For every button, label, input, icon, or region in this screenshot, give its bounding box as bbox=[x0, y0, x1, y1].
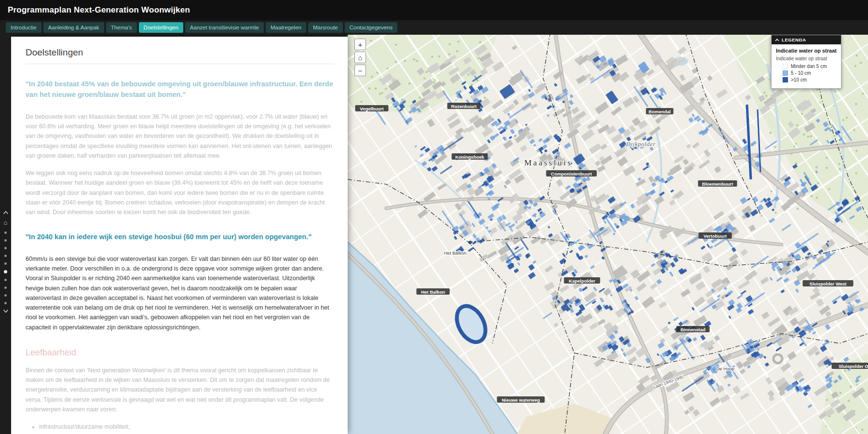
map-label: Bloemenbuurt bbox=[698, 180, 737, 187]
section-nav: ⌂ bbox=[0, 211, 11, 313]
map-label: Maassluis bbox=[524, 158, 572, 167]
section-dot-1[interactable] bbox=[4, 231, 7, 234]
svg-text:Maassluis: Maassluis bbox=[524, 158, 572, 167]
legend-title: LEGENDA bbox=[782, 37, 806, 42]
legend-class-label: >10 cm bbox=[791, 77, 807, 82]
svg-text:Koningshoek: Koningshoek bbox=[455, 154, 485, 160]
home-section-icon[interactable]: ⌂ bbox=[4, 219, 8, 226]
tab-doelstellingen[interactable]: Doelstellingen bbox=[139, 22, 183, 33]
legend-row: 5 - 10 cm bbox=[783, 70, 837, 76]
scroll-up-icon[interactable] bbox=[3, 211, 9, 215]
svg-text:De Hoop: De Hoop bbox=[716, 366, 734, 371]
map-legend: LEGENDA Indicatie water op straat Indica… bbox=[771, 35, 841, 89]
map-label: Dijkpolder bbox=[625, 140, 656, 148]
section-dots bbox=[4, 231, 7, 304]
topic-item: infrastructuur/duurzame mobiliteit; bbox=[39, 422, 334, 432]
map-label: Binnenstad bbox=[677, 326, 710, 332]
section-dot-6[interactable] bbox=[4, 270, 7, 273]
legend-collapse-icon bbox=[775, 39, 779, 41]
section-dot-10[interactable] bbox=[4, 302, 7, 304]
svg-text:Nieuwe waterweg: Nieuwe waterweg bbox=[502, 397, 540, 403]
legend-layer-subtitle: Indicatie water op straat bbox=[776, 56, 837, 61]
legend-class-label: 5 - 10 cm bbox=[791, 70, 811, 76]
map-panel[interactable]: VogelbuurtRozenbuurtBomendalDijkpolderKo… bbox=[348, 35, 868, 434]
section-dot-7[interactable] bbox=[4, 279, 7, 281]
map-label: Het Balkon bbox=[417, 288, 450, 295]
svg-text:Dijkpolder: Dijkpolder bbox=[625, 140, 656, 148]
svg-text:Binnenstad: Binnenstad bbox=[680, 327, 705, 332]
tab-bar: Introductie Aanleiding & Aanpak Thema's … bbox=[0, 20, 868, 35]
tab-introductie[interactable]: Introductie bbox=[6, 22, 41, 33]
svg-text:Het Balkon: Het Balkon bbox=[421, 289, 445, 295]
zoom-in-button[interactable]: + bbox=[354, 39, 366, 50]
zoom-out-button[interactable]: − bbox=[354, 65, 366, 76]
svg-text:Het Balkon: Het Balkon bbox=[444, 250, 466, 256]
page-title: Doelstellingen bbox=[26, 47, 334, 64]
section-dot-2[interactable] bbox=[4, 239, 7, 242]
topics-list: infrastructuur/duurzame mobiliteit; werk… bbox=[26, 422, 334, 434]
legend-swatch bbox=[783, 70, 788, 76]
map-label: Componistenbuurt bbox=[546, 170, 597, 176]
content-panel[interactable]: Doelstellingen "In 2040 bestaat 45% van … bbox=[11, 37, 348, 434]
tab-themas[interactable]: Thema's bbox=[106, 22, 137, 33]
section-dot-4[interactable] bbox=[4, 255, 7, 257]
app-header: Programmaplan Next-Generation Woonwijken bbox=[0, 0, 868, 20]
map-label: Kapelpolder bbox=[564, 277, 600, 284]
map-label: Nieuwe waterweg bbox=[497, 396, 545, 403]
legend-swatch bbox=[783, 64, 788, 69]
tab-aanzet-transitievisie[interactable]: Aanzet transitievisie warmte bbox=[185, 22, 264, 33]
legend-body: Indicatie water op straat Indicatie wate… bbox=[772, 44, 841, 88]
section-nav-rail: ⌂ bbox=[0, 35, 11, 434]
tab-aanleiding-aanpak[interactable]: Aanleiding & Aanpak bbox=[43, 22, 104, 33]
svg-text:Bloemenbuurt: Bloemenbuurt bbox=[702, 181, 733, 187]
legend-swatch bbox=[783, 77, 788, 82]
section-dot-3[interactable] bbox=[4, 247, 7, 249]
paragraph-trees: We leggen ook nog eens nadruk op de hoev… bbox=[26, 168, 334, 217]
paragraph-leefbaarheid: Binnen de context van 'Next generation W… bbox=[26, 366, 334, 414]
section-dot-5[interactable] bbox=[4, 262, 7, 265]
map-label: Koningshoek bbox=[452, 153, 488, 160]
map-zoom-controls: + ⌂ − bbox=[354, 39, 366, 76]
svg-text:Sluispolder West: Sluispolder West bbox=[810, 281, 847, 286]
app-title: Programmaplan Next-Generation Woonwijken bbox=[8, 5, 190, 15]
scroll-down-icon[interactable] bbox=[3, 309, 9, 313]
tab-marsroute[interactable]: Marsroute bbox=[308, 22, 343, 33]
svg-text:Sluispolder Oost: Sluispolder Oost bbox=[839, 364, 868, 369]
legend-layer-title: Indicatie water op straat bbox=[776, 48, 837, 54]
section-title-leefbaarheid: Leefbaarheid bbox=[26, 348, 334, 358]
map-label: Vogelbuurt bbox=[355, 105, 389, 111]
legend-row: >10 cm bbox=[783, 77, 837, 82]
map-label: Bomendal bbox=[646, 108, 674, 114]
svg-text:Kapelpolder: Kapelpolder bbox=[569, 278, 596, 284]
section-dot-9[interactable] bbox=[4, 294, 7, 297]
legend-header[interactable]: LEGENDA bbox=[772, 35, 841, 44]
svg-text:Vogelbuurt: Vogelbuurt bbox=[360, 106, 384, 111]
map-label: De Hoop bbox=[716, 366, 734, 371]
legend-row: Minder dan 5 cm bbox=[783, 64, 837, 69]
svg-text:Componistenbuurt: Componistenbuurt bbox=[551, 171, 593, 176]
section-dot-8[interactable] bbox=[4, 286, 7, 289]
map-label: Sluispolder Oost bbox=[832, 363, 868, 369]
svg-text:Vertobuurt: Vertobuurt bbox=[704, 233, 727, 239]
paragraph-rainfall: 60mm/u is een stevige bui die voor water… bbox=[26, 254, 334, 332]
paragraph-green-share: De bebouwde kom van Maassluis bestaat vo… bbox=[26, 112, 334, 161]
svg-text:Bomendal: Bomendal bbox=[649, 109, 671, 114]
flood-map[interactable]: VogelbuurtRozenbuurtBomendalDijkpolderKo… bbox=[348, 35, 868, 434]
goal-quote-rainfall: "In 2040 kan in iedere wijk een stevige … bbox=[26, 231, 334, 242]
legend-class-label: Minder dan 5 cm bbox=[791, 64, 827, 69]
map-label: Het Balkon bbox=[444, 250, 466, 256]
map-label: Sluispolder West bbox=[803, 280, 854, 286]
svg-text:Rozenbuurt: Rozenbuurt bbox=[451, 104, 477, 109]
map-label: Rozenbuurt bbox=[448, 103, 481, 109]
tab-contactgegevens[interactable]: Contactgegevens bbox=[345, 22, 398, 33]
map-label: Vertobuurt bbox=[699, 232, 732, 239]
map-home-button[interactable]: ⌂ bbox=[354, 52, 366, 63]
goal-quote-green-blue: "In 2040 bestaat 45% van de bebouwde omg… bbox=[26, 79, 334, 100]
legend-rows: Minder dan 5 cm5 - 10 cm>10 cm bbox=[776, 64, 837, 82]
tab-maatregelen[interactable]: Maatregelen bbox=[266, 22, 306, 33]
